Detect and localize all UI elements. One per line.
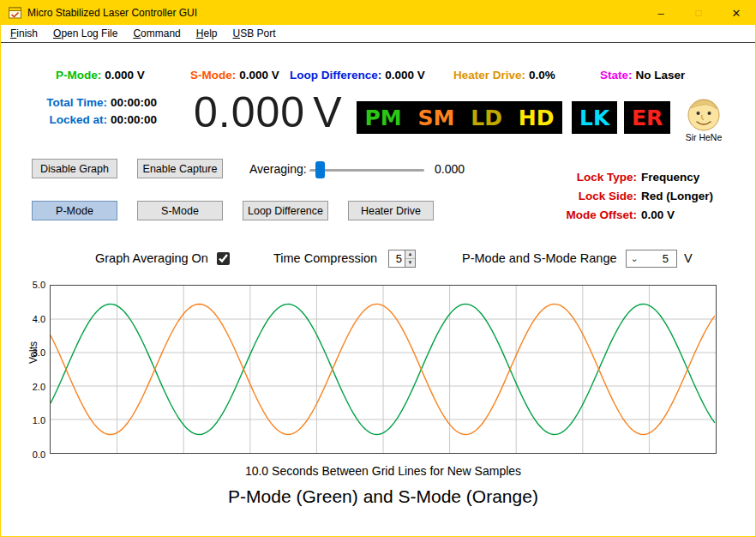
mode-offset-label: Mode Offset: — [536, 206, 637, 225]
locked-at-label: Locked at: — [49, 113, 107, 126]
state-readout: State:No Laser — [600, 69, 685, 81]
loop-difference-readout: Loop Difference:0.000 V — [290, 69, 425, 81]
ld-indicator: LD — [471, 107, 502, 129]
main-content: P-Mode:0.000 V S-Mode:0.000 V Loop Diffe… — [1, 43, 755, 536]
y-tick-label: 4.0 — [33, 314, 45, 324]
time-compression-label: Time Compression — [273, 251, 377, 265]
lock-side-value: Red (Longer) — [641, 187, 713, 206]
locked-at-row: Locked at:00:00:00 — [28, 112, 157, 129]
lock-type-row: Lock Type: Frequency — [536, 168, 713, 187]
sir-hene-face-icon — [686, 96, 722, 132]
graph-averaging-checkbox[interactable] — [217, 252, 230, 265]
hd-indicator: HD — [519, 107, 555, 129]
enable-capture-button[interactable]: Enable Capture — [137, 159, 223, 178]
disable-graph-button[interactable]: Disable Graph — [32, 159, 117, 178]
range-unit: V — [684, 251, 693, 265]
y-tick-label: 3.0 — [33, 347, 45, 358]
close-button[interactable]: ✕ — [717, 1, 755, 25]
channel-button-smode[interactable]: S-Mode — [137, 201, 223, 220]
averaging-label: Averaging: — [249, 162, 307, 176]
y-axis-ticks: 5.04.03.02.01.00.0 — [21, 280, 45, 460]
time-compression-value: 5 — [389, 250, 405, 267]
lock-side-label: Lock Side: — [536, 187, 637, 206]
lock-type-label: Lock Type: — [536, 168, 637, 187]
er-indicator: ER — [632, 107, 663, 129]
menu-usb-port[interactable]: USB Port — [225, 26, 283, 41]
lk-indicator-box: LK — [572, 101, 617, 134]
range-combo[interactable]: ⌄ 5 — [626, 250, 677, 268]
voltage-display-value: 0.000 — [194, 88, 305, 136]
lock-type-value: Frequency — [641, 168, 699, 187]
y-tick-label: 0.0 — [33, 450, 45, 460]
menu-command[interactable]: Command — [125, 26, 188, 41]
channel-button-pmode[interactable]: P-Mode — [32, 201, 117, 220]
heater-drive-readout-value: 0.0% — [529, 69, 555, 81]
lk-indicator: LK — [579, 107, 609, 129]
heater-drive-readout-label: Heater Drive: — [453, 69, 525, 81]
menubar: Finish Open Log File Command Help USB Po… — [1, 25, 755, 43]
sm-indicator: SM — [418, 107, 455, 129]
spinner-up-icon[interactable]: ▲ — [405, 250, 415, 259]
graph-averaging-label: Graph Averaging On — [95, 251, 208, 265]
spinner-down-icon[interactable]: ▼ — [405, 259, 415, 267]
menu-open-log-file[interactable]: Open Log File — [45, 26, 125, 41]
averaging-slider[interactable] — [309, 160, 424, 179]
combo-chevron-down-icon[interactable]: ⌄ — [627, 254, 642, 263]
y-tick-label: 5.0 — [33, 280, 45, 290]
averaging-value: 0.000 — [435, 162, 465, 176]
smode-readout-label: S-Mode: — [190, 69, 236, 81]
loop-difference-readout-label: Loop Difference: — [290, 69, 381, 81]
app-icon — [8, 6, 22, 20]
pmode-readout-label: P-Mode: — [56, 69, 101, 81]
locked-at-value: 00:00:00 — [111, 113, 157, 126]
channel-button-loop-difference[interactable]: Loop Difference — [243, 201, 328, 220]
mascot-caption: Sir HeNe — [676, 132, 731, 142]
range-value: 5 — [642, 252, 676, 265]
window-title: Micro Stabilized Laser Controller GUI — [27, 7, 197, 19]
maximize-button[interactable]: □ — [680, 1, 717, 25]
mode-indicator-cluster: PM SM LD HD — [357, 101, 562, 134]
titlebar: Micro Stabilized Laser Controller GUI – … — [1, 1, 755, 25]
waveform-graph — [50, 285, 717, 454]
menu-help[interactable]: Help — [189, 26, 225, 41]
er-indicator-box: ER — [624, 101, 670, 134]
y-tick-label: 1.0 — [33, 415, 45, 425]
time-block: Total Time:00:00:00 Locked at:00:00:00 — [28, 94, 157, 129]
voltage-display-unit: V — [313, 88, 342, 136]
state-readout-value: No Laser — [636, 69, 686, 81]
voltage-display: 0.000V — [194, 87, 342, 137]
pm-indicator: PM — [364, 107, 401, 129]
time-compression-spinner[interactable]: 5 ▲ ▼ — [388, 250, 416, 268]
averaging-slider-track[interactable] — [309, 169, 424, 172]
waveform-plot-area — [51, 286, 716, 453]
range-label: P-Mode and S-Mode Range — [462, 251, 617, 265]
pmode-readout-value: 0.000 V — [105, 69, 145, 81]
total-time-row: Total Time:00:00:00 — [28, 94, 157, 112]
total-time-label: Total Time: — [46, 96, 107, 109]
graph-caption: 10.0 Seconds Between Grid Lines for New … — [50, 464, 717, 478]
mode-offset-value: 0.00 V — [641, 206, 675, 225]
loop-difference-readout-value: 0.000 V — [385, 69, 425, 81]
menu-finish[interactable]: Finish — [3, 26, 45, 41]
averaging-slider-thumb[interactable] — [315, 161, 325, 178]
heater-drive-readout: Heater Drive:0.0% — [453, 69, 555, 81]
minimize-button[interactable]: – — [642, 1, 680, 25]
lock-side-row: Lock Side: Red (Longer) — [536, 187, 713, 206]
total-time-value: 00:00:00 — [111, 96, 157, 109]
smode-readout-value: 0.000 V — [239, 69, 279, 81]
channel-button-heater-drive[interactable]: Heater Drive — [348, 201, 434, 220]
spinner-arrows: ▲ ▼ — [405, 250, 415, 267]
pmode-readout: P-Mode:0.000 V — [56, 69, 145, 81]
y-tick-label: 2.0 — [33, 382, 45, 392]
smode-readout: S-Mode:0.000 V — [190, 69, 279, 81]
graph-title: P-Mode (Green) and S-Mode (Orange) — [50, 486, 717, 507]
state-readout-label: State: — [600, 69, 633, 81]
lock-info: Lock Type: Frequency Lock Side: Red (Lon… — [536, 168, 713, 225]
app-window: Micro Stabilized Laser Controller GUI – … — [0, 0, 756, 537]
mode-offset-row: Mode Offset: 0.00 V — [536, 206, 713, 225]
